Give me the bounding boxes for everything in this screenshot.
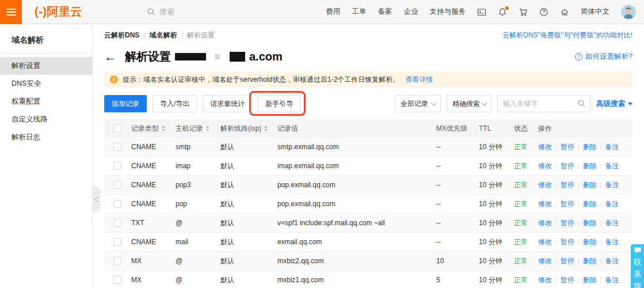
sort-icon[interactable]	[162, 126, 165, 131]
row-checkbox[interactable]	[113, 143, 121, 151]
search-icon[interactable]	[577, 99, 586, 108]
op-delete-link[interactable]: 删除	[583, 142, 597, 152]
sort-icon[interactable]	[206, 126, 209, 131]
row-checkbox[interactable]	[113, 162, 121, 170]
nav-fees[interactable]: 费用	[326, 7, 341, 17]
row-checkbox[interactable]	[113, 257, 121, 265]
column-header-line-isp[interactable]: 解析线路(isp)	[220, 124, 277, 134]
op-remark-link[interactable]: 备注	[605, 275, 619, 285]
op-pause-link[interactable]: 暂停	[561, 256, 574, 266]
select-all-checkbox[interactable]	[113, 124, 121, 132]
op-modify-link[interactable]: 修改	[538, 161, 552, 171]
op-pause-link[interactable]: 暂停	[561, 218, 574, 228]
op-remark-link[interactable]: 备注	[605, 199, 619, 209]
sort-icon[interactable]	[264, 126, 268, 131]
op-delete-link[interactable]: 删除	[583, 275, 597, 285]
sidebar-item-resolution-settings[interactable]: 解析设置	[0, 57, 92, 75]
add-record-button[interactable]: 添加记录	[104, 95, 147, 112]
nav-support-services[interactable]: 支持与服务	[430, 7, 466, 17]
view-details-link[interactable]: 查看详情	[405, 75, 433, 85]
row-checkbox[interactable]	[113, 200, 121, 208]
sidebar-item-weight-config[interactable]: 权重配置	[0, 93, 92, 111]
op-remark-link[interactable]: 备注	[605, 161, 619, 171]
row-checkbox[interactable]	[113, 276, 121, 284]
beginner-guide-button[interactable]: 新手引导	[258, 95, 300, 112]
op-modify-link[interactable]: 修改	[538, 218, 552, 228]
op-delete-link[interactable]: 删除	[583, 161, 597, 171]
user-avatar[interactable]	[621, 5, 636, 20]
record-value-cell: pop.exmail.qq.com	[277, 181, 436, 189]
op-remark-link[interactable]: 备注	[605, 180, 619, 190]
cart-icon[interactable]	[519, 7, 528, 17]
op-modify-link[interactable]: 修改	[538, 180, 552, 190]
op-delete-link[interactable]: 删除	[583, 180, 597, 190]
mx-priority-cell: 10	[436, 257, 479, 265]
help-icon[interactable]	[539, 7, 548, 17]
table-row: CNAME smtp 默认 smtp.exmail.qq.com -- 10 分…	[104, 138, 632, 157]
free-vs-paid-compare-link[interactable]: 云解析DNS"免费版"与"付费版"的功能对比!	[502, 31, 632, 40]
breadcrumb-cloud-dns[interactable]: 云解析DNS	[104, 31, 139, 40]
keyword-input[interactable]	[497, 95, 590, 112]
op-delete-link[interactable]: 删除	[583, 256, 597, 266]
record-filter-dropdown[interactable]: 全部记录	[395, 95, 441, 112]
op-pause-link[interactable]: 暂停	[561, 199, 574, 209]
breadcrumb-domain-resolution[interactable]: 域名解析	[150, 31, 177, 40]
op-pause-link[interactable]: 暂停	[561, 275, 574, 285]
request-stats-button[interactable]: 请求量统计	[203, 95, 252, 112]
nav-work-orders[interactable]: 工单	[352, 7, 367, 17]
op-separator	[555, 162, 557, 169]
how-to-configure-link[interactable]: 如何设置解析?	[575, 52, 632, 62]
row-checkbox[interactable]	[113, 219, 121, 227]
table-row: MX @ 默认 mxbiz1.qq.com 5 10 分钟 正常 修改暂停删除备…	[104, 271, 632, 288]
home-icon[interactable]	[560, 7, 569, 17]
sidebar-item-custom-line[interactable]: 自定义线路	[0, 111, 92, 128]
op-remark-link[interactable]: 备注	[605, 256, 619, 266]
op-pause-link[interactable]: 暂停	[561, 180, 574, 190]
op-separator	[600, 143, 602, 150]
host-record-cell: imap	[176, 162, 220, 170]
sidebar-collapse-handle[interactable]	[93, 186, 101, 213]
host-record-cell: pop	[176, 200, 220, 208]
op-modify-link[interactable]: 修改	[538, 142, 552, 152]
op-pause-link[interactable]: 暂停	[561, 142, 574, 152]
back-arrow-icon[interactable]: ←	[104, 51, 116, 63]
line-isp-cell: 默认	[220, 180, 277, 190]
op-modify-link[interactable]: 修改	[538, 237, 552, 247]
op-remark-link[interactable]: 备注	[605, 237, 619, 247]
op-remark-link[interactable]: 备注	[605, 218, 619, 228]
hamburger-menu-icon[interactable]	[0, 0, 22, 24]
op-remark-link[interactable]: 备注	[605, 142, 619, 152]
global-search[interactable]: 搜索	[147, 7, 174, 17]
op-modify-link[interactable]: 修改	[538, 199, 552, 209]
language-switch[interactable]: 简体中文	[581, 7, 609, 17]
op-delete-link[interactable]: 删除	[583, 199, 597, 209]
op-separator	[578, 162, 580, 169]
contact-us-widget[interactable]: 联系我们	[631, 244, 644, 288]
notifications-bell-icon[interactable]	[498, 7, 507, 17]
op-delete-link[interactable]: 删除	[583, 237, 597, 247]
sidebar-item-resolution-logs[interactable]: 解析日志	[0, 128, 92, 146]
column-label: MX优先级	[436, 124, 467, 134]
sidebar-item-dns-security[interactable]: DNS安全	[0, 75, 92, 93]
op-separator	[555, 181, 557, 188]
op-separator	[600, 238, 602, 245]
row-checkbox[interactable]	[113, 238, 121, 246]
row-checkbox[interactable]	[113, 181, 121, 189]
op-modify-link[interactable]: 修改	[538, 275, 552, 285]
advanced-search-link[interactable]: 高级搜索	[596, 99, 632, 109]
op-modify-link[interactable]: 修改	[538, 256, 552, 266]
column-header-host-record[interactable]: 主机记录	[176, 124, 220, 134]
import-export-button[interactable]: 导入/导出	[153, 95, 197, 112]
nav-enterprise[interactable]: 企业	[404, 7, 418, 17]
column-header-record-type[interactable]: 记录类型	[131, 124, 176, 134]
column-label: 状态	[514, 124, 528, 134]
search-mode-dropdown[interactable]: 精确搜索	[447, 95, 491, 112]
op-pause-link[interactable]: 暂停	[561, 161, 574, 171]
op-pause-link[interactable]: 暂停	[561, 237, 574, 247]
console-terminal-icon[interactable]	[477, 7, 486, 17]
row-actions-cell: 修改暂停删除备注	[538, 275, 632, 285]
page-title-row: ← 解析设置 a.com 如何设置解析?	[104, 48, 632, 65]
op-delete-link[interactable]: 删除	[583, 218, 597, 228]
nav-icp-filing[interactable]: 备案	[378, 7, 393, 17]
host-record-cell: smtp	[176, 143, 220, 151]
